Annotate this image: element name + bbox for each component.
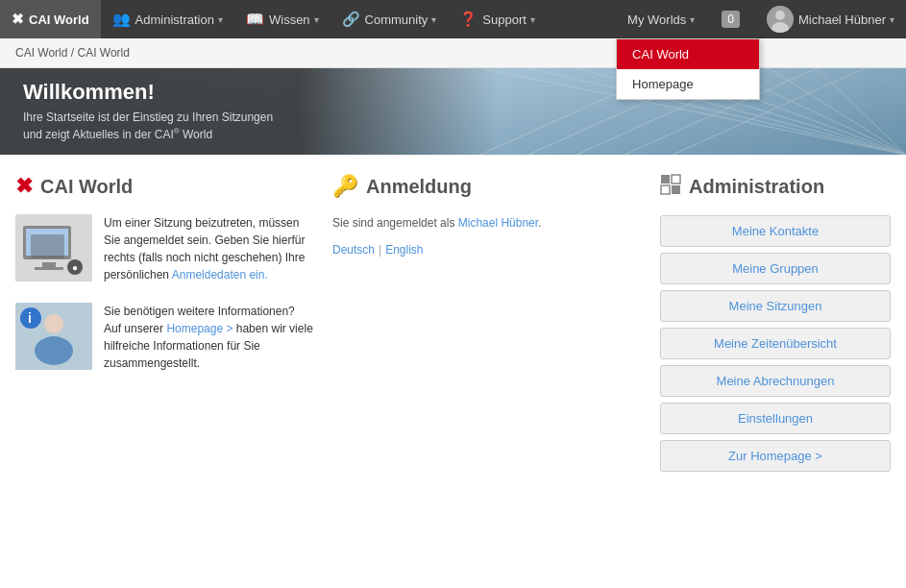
svg-rect-29	[661, 175, 670, 184]
chevron-down-icon: ▾	[218, 14, 223, 25]
logged-in-prefix: Sie sind angemeldet als	[332, 216, 458, 230]
user-link[interactable]: Michael Hübner	[458, 216, 538, 230]
administration-icon: 👥	[112, 11, 131, 28]
breadcrumb-link-1[interactable]: CAI World	[15, 46, 67, 60]
svg-point-26	[35, 336, 73, 365]
nav-item-wissen[interactable]: 📖 Wissen ▾	[234, 0, 331, 38]
notification-badge: 0	[722, 11, 740, 28]
dropdown-item-cai-world[interactable]: CAI World	[617, 39, 759, 69]
lang-english[interactable]: English	[385, 243, 423, 257]
btn-meine-gruppen[interactable]: Meine Gruppen	[660, 253, 891, 284]
dropdown-item-homepage[interactable]: Homepage	[617, 69, 759, 99]
left-column: ✖ CAI World ● Um ein	[15, 174, 313, 472]
user-avatar	[767, 6, 794, 33]
nav-item-support[interactable]: ❓ Support ▾	[448, 0, 547, 38]
svg-point-1	[775, 11, 785, 20]
right-section-title: Administration	[660, 174, 891, 200]
nav-label-administration: Administration	[135, 12, 214, 27]
nav-brand[interactable]: ✖ CAI World	[0, 0, 101, 38]
community-icon: 🔗	[342, 11, 360, 28]
nav-label-support: Support	[482, 12, 526, 27]
navbar: ✖ CAI World 👥 Administration ▾ 📖 Wissen …	[0, 0, 906, 38]
nav-label-wissen: Wissen	[269, 12, 310, 27]
nav-my-worlds[interactable]: My Worlds ▾ CAI World Homepage	[616, 0, 706, 38]
svg-rect-32	[672, 185, 680, 194]
hero-title: Willkommen!	[23, 80, 273, 105]
chevron-down-icon: ▾	[530, 14, 535, 25]
thumb-image-1: ●	[15, 214, 92, 282]
chevron-down-icon: ▾	[690, 14, 695, 25]
left-section-title: ✖ CAI World	[15, 174, 313, 199]
anmeldedaten-link[interactable]: Anmeldedaten ein.	[172, 268, 268, 282]
breadcrumb: CAI World / CAI World	[0, 38, 906, 68]
thumb-image-2: i	[15, 303, 92, 370]
svg-rect-30	[672, 175, 680, 184]
right-column: Administration Meine Kontakte Meine Grup…	[660, 174, 891, 472]
chevron-down-icon: ▾	[890, 14, 894, 25]
hero-text-block: Willkommen! Ihre Startseite ist der Eins…	[0, 68, 296, 155]
anmeldung-status: Sie sind angemeldet als Michael Hübner.	[332, 214, 641, 232]
btn-meine-abrechnungen[interactable]: Meine Abrechnungen	[660, 365, 891, 397]
language-switcher: Deutsch | English	[332, 243, 641, 257]
user-name-label: Michael Hübner	[798, 12, 886, 27]
mid-column: 🔑 Anmeldung Sie sind angemeldet als Mich…	[332, 174, 641, 472]
left-title-text: CAI World	[40, 176, 133, 198]
logged-in-suffix: .	[538, 216, 541, 230]
nav-item-administration[interactable]: 👥 Administration ▾	[101, 0, 234, 38]
svg-text:i: i	[28, 310, 32, 326]
lang-deutsch[interactable]: Deutsch	[332, 243, 375, 257]
main-content: ✖ CAI World ● Um ein	[0, 155, 906, 491]
svg-rect-19	[26, 229, 68, 256]
cai-world-icon: ✖	[15, 174, 33, 199]
breadcrumb-current: CAI World	[77, 46, 129, 60]
my-worlds-dropdown: CAI World Homepage	[616, 38, 760, 100]
btn-meine-zeitenuebersicht[interactable]: Meine Zeitenübersicht	[660, 328, 891, 359]
btn-meine-sitzungen[interactable]: Meine Sitzungen	[660, 290, 891, 322]
brand-label: CAI World	[29, 12, 89, 27]
svg-rect-20	[42, 262, 56, 267]
list-item: ● Um einer Sitzung beizutreten, müssen S…	[15, 214, 313, 283]
nav-label-community: Community	[365, 12, 429, 27]
nav-user[interactable]: Michael Hübner ▾	[755, 0, 906, 38]
nav-badge-container[interactable]: 0	[706, 0, 755, 38]
nav-item-community[interactable]: 🔗 Community ▾	[331, 0, 449, 38]
admin-icon	[660, 174, 681, 200]
chevron-down-icon: ▾	[314, 14, 319, 25]
mid-title-text: Anmeldung	[366, 176, 472, 198]
hero-sub-end: World	[180, 128, 212, 141]
item1-text: Um einer Sitzung beizutreten, müssen Sie…	[104, 214, 313, 283]
hero-sub-line1: Ihre Startseite ist der Einstieg zu Ihre…	[23, 110, 273, 124]
hero-subtitle: Ihre Startseite ist der Einstieg zu Ihre…	[23, 109, 273, 143]
svg-text:●: ●	[72, 262, 78, 273]
svg-point-25	[44, 314, 63, 333]
hero-banner: Willkommen! Ihre Startseite ist der Eins…	[0, 68, 906, 155]
lang-separator: |	[379, 243, 381, 257]
btn-meine-kontakte[interactable]: Meine Kontakte	[660, 215, 891, 247]
svg-rect-31	[661, 185, 670, 194]
mid-section-title: 🔑 Anmeldung	[332, 174, 641, 199]
thumb-computer: ●	[15, 214, 92, 282]
key-icon: 🔑	[332, 174, 358, 199]
btn-zur-homepage[interactable]: Zur Homepage >	[660, 440, 891, 472]
support-icon: ❓	[459, 11, 477, 28]
my-worlds-label: My Worlds	[627, 12, 686, 27]
chevron-down-icon: ▾	[431, 14, 436, 25]
brand-icon: ✖	[12, 11, 24, 28]
list-item: i Sie benötigen weitere Informationen? A…	[15, 303, 313, 372]
admin-button-list: Meine Kontakte Meine Gruppen Meine Sitzu…	[660, 215, 891, 472]
thumb-person: i	[15, 303, 92, 370]
homepage-link[interactable]: Homepage >	[166, 322, 233, 335]
item2-text: Sie benötigen weitere Informationen? Auf…	[104, 303, 313, 372]
svg-rect-21	[35, 267, 63, 270]
hero-sub-line2: und zeigt Aktuelles in der CAI	[23, 128, 174, 141]
right-title-text: Administration	[689, 176, 824, 198]
btn-einstellungen[interactable]: Einstellungen	[660, 403, 891, 434]
wissen-icon: 📖	[246, 11, 264, 28]
